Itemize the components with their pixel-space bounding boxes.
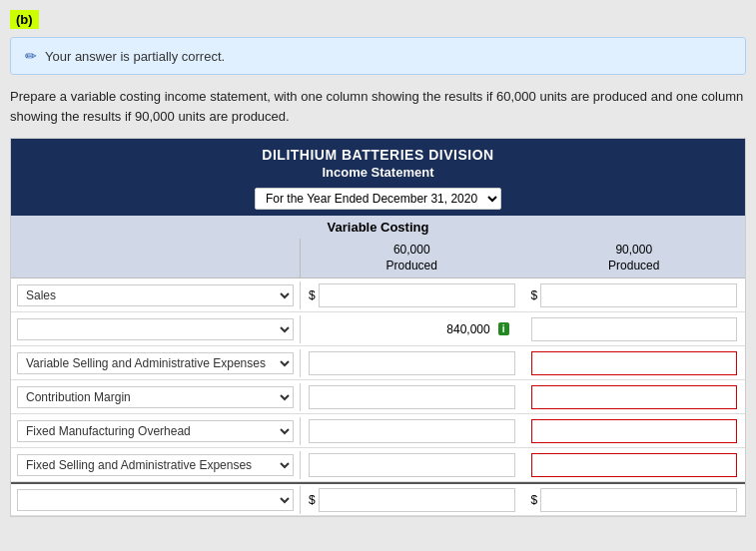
total-col1-input[interactable]: [319, 488, 515, 512]
total-col2-input[interactable]: [540, 488, 737, 512]
year-select-row: For the Year Ended December 31, 2020: [11, 184, 745, 216]
fixed-selling-col2-input[interactable]: [531, 453, 738, 477]
row-sales-col1: $: [301, 280, 523, 310]
info-badge[interactable]: i: [498, 322, 509, 335]
data-rows: Sales $ $ 840,000 i: [11, 278, 745, 516]
row-contribution-col1: [301, 382, 523, 412]
row-total: $ $: [11, 482, 745, 516]
fixed-mfg-col2-input[interactable]: [531, 419, 738, 443]
column-headers: 60,000 Produced 90,000 Produced: [11, 239, 745, 278]
dollar-sign-2: $: [531, 288, 538, 302]
row-contribution-label-cell: Contribution Margin: [11, 383, 301, 411]
total-dollar-sign-2: $: [531, 493, 538, 507]
fixed-selling-col1-input[interactable]: [309, 453, 515, 477]
fixed-mfg-col1-input[interactable]: [309, 419, 515, 443]
row-contribution-margin: Contribution Margin: [11, 380, 745, 414]
total-dollar-sign-1: $: [309, 493, 316, 507]
cogs-col1-value: 840,000 i: [309, 322, 515, 336]
row-fixed-selling: Fixed Selling and Administrative Expense…: [11, 448, 745, 482]
row-variable-selling-select[interactable]: Variable Selling and Administrative Expe…: [17, 352, 294, 374]
row-cogs-col1: 840,000 i: [301, 319, 523, 339]
row-contribution-select[interactable]: Contribution Margin: [17, 386, 294, 408]
section-label: (b): [10, 10, 39, 29]
row-total-col1: $: [301, 485, 523, 515]
row-variable-selling-col2: [523, 348, 746, 378]
division-title: DILITHIUM BATTERIES DIVISION: [15, 147, 741, 163]
row-fixed-mfg-select[interactable]: Fixed Manufacturing Overhead: [17, 420, 294, 442]
year-select[interactable]: For the Year Ended December 31, 2020: [255, 188, 501, 210]
row-fixed-selling-col1: [301, 450, 523, 480]
statement-title: Income Statement: [15, 165, 741, 180]
dollar-sign-1: $: [309, 288, 316, 302]
row-fixed-selling-select[interactable]: Fixed Selling and Administrative Expense…: [17, 454, 294, 476]
row-cogs-select[interactable]: [17, 318, 294, 340]
sales-col2-input[interactable]: [540, 283, 737, 307]
row-cogs-col2: [523, 314, 746, 344]
col-label-empty: [11, 239, 301, 277]
row-variable-selling: Variable Selling and Administrative Expe…: [11, 346, 745, 380]
row-fixed-selling-label-cell: Fixed Selling and Administrative Expense…: [11, 451, 301, 479]
row-cogs-label-cell: [11, 315, 301, 343]
feedback-banner: ✏ Your answer is partially correct.: [10, 37, 746, 75]
row-total-col2: $: [523, 485, 746, 515]
banner-text: Your answer is partially correct.: [45, 49, 225, 64]
variable-selling-col2-input[interactable]: [531, 351, 738, 375]
row-sales: Sales $ $: [11, 278, 745, 312]
instructions-text: Prepare a variable costing income statem…: [10, 87, 746, 126]
table-header: DILITHIUM BATTERIES DIVISION Income Stat…: [11, 139, 745, 184]
row-sales-label-cell: Sales: [11, 281, 301, 309]
row-fixed-mfg-label-cell: Fixed Manufacturing Overhead: [11, 417, 301, 445]
variable-selling-col1-input[interactable]: [309, 351, 515, 375]
row-contribution-col2: [523, 382, 746, 412]
row-fixed-selling-col2: [523, 450, 746, 480]
cogs-col2-input[interactable]: [531, 317, 738, 341]
income-statement-table: DILITHIUM BATTERIES DIVISION Income Stat…: [10, 138, 746, 517]
contribution-col2-input[interactable]: [531, 385, 738, 409]
row-fixed-manufacturing: Fixed Manufacturing Overhead: [11, 414, 745, 448]
costing-label: Variable Costing: [11, 216, 745, 239]
pencil-icon: ✏: [25, 48, 37, 64]
sales-col1-input[interactable]: [319, 283, 515, 307]
row-fixed-mfg-col1: [301, 416, 523, 446]
row-sales-select[interactable]: Sales: [17, 284, 294, 306]
col2-header: 90,000 Produced: [523, 239, 746, 277]
row-variable-selling-label-cell: Variable Selling and Administrative Expe…: [11, 349, 301, 377]
cogs-value-text: 840,000: [446, 322, 489, 336]
row-total-label-cell: [11, 486, 301, 514]
row-total-select[interactable]: [17, 489, 294, 511]
col1-header: 60,000 Produced: [301, 239, 523, 277]
row-fixed-mfg-col2: [523, 416, 746, 446]
contribution-col1-input[interactable]: [309, 385, 515, 409]
row-cogs: 840,000 i: [11, 312, 745, 346]
row-variable-selling-col1: [301, 348, 523, 378]
row-sales-col2: $: [523, 280, 746, 310]
